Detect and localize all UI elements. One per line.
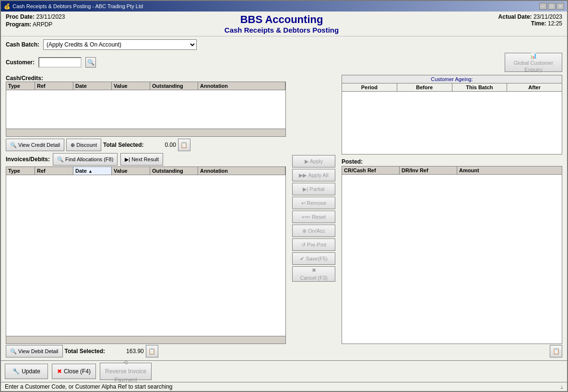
- proc-date-value: 23/11/2023: [36, 13, 65, 20]
- posted-col-cr: CR/Cash Ref: [342, 166, 400, 174]
- ageing-col-this-batch: This Batch: [452, 83, 508, 91]
- inv-col-annotation: Annotation: [198, 167, 285, 175]
- app-title: BBS Accounting: [225, 13, 339, 26]
- global-enquiry-line1: Global Customer: [514, 60, 554, 66]
- middle-controls: ▶ Apply ▶▶ Apply All ▶| Partial ↩ Remove…: [290, 75, 338, 357]
- view-credit-detail-button[interactable]: 🔍 View Credit Detail: [6, 139, 64, 151]
- on-acc-label: On/Acc: [308, 228, 325, 234]
- customer-input[interactable]: [38, 57, 82, 68]
- proc-date-row: Proc Date: 23/11/2023: [6, 13, 65, 20]
- apply-all-label: Apply All: [308, 172, 328, 178]
- cancel-button[interactable]: ✖ Cancel (F3): [292, 266, 335, 282]
- cc-col-date: Date: [73, 82, 112, 90]
- cancel-label: Cancel (F3): [300, 275, 327, 281]
- invoices-scrollbar[interactable]: [6, 336, 285, 344]
- invoices-header-row: Invoices/Debits: 🔍 Find Allocations (F8)…: [6, 153, 286, 166]
- header-right: Actual Date: 23/11/2023Time: 12:25: [498, 13, 562, 34]
- next-result-button[interactable]: ▶| Next Result: [120, 153, 163, 166]
- invoices-grid: Type Ref Date ▲ Value Outstanding Annota…: [6, 166, 286, 344]
- view-debit-icon: 🔍: [10, 348, 17, 355]
- remove-button[interactable]: ↩ Remove: [292, 197, 335, 209]
- resize-icon: ⟂: [560, 384, 563, 390]
- posted-copy-button[interactable]: 📋: [550, 345, 562, 357]
- cash-batch-select[interactable]: (Apply Credits & On Account): [43, 39, 197, 50]
- magnify-icon: 🔍: [10, 142, 17, 148]
- inv-col-date[interactable]: Date ▲: [73, 167, 112, 175]
- header-area: Proc Date: 23/11/2023Program: ARPDP BBS …: [1, 12, 567, 36]
- global-enquiry-icon: 📊: [530, 53, 537, 59]
- find-allocations-icon: 🔍: [57, 156, 64, 163]
- inv-col-outstanding: Outstanding: [150, 167, 198, 175]
- cc-col-value: Value: [112, 82, 150, 90]
- discount-button[interactable]: ⊕ Discount: [66, 139, 101, 151]
- remove-label: Remove: [307, 200, 327, 206]
- apply-icon: ▶: [305, 158, 308, 165]
- find-allocations-label: Find Allocations (F8): [65, 156, 113, 162]
- ageing-grid-header: Period Before This Batch After: [342, 83, 562, 92]
- invoices-label: Invoices/Debits:: [6, 156, 50, 163]
- apply-button[interactable]: ▶ Apply: [292, 155, 335, 167]
- close-label: Close (F4): [64, 368, 91, 375]
- invoices-header: Type Ref Date ▲ Value Outstanding Annota…: [6, 167, 285, 175]
- minimize-button[interactable]: –: [539, 3, 547, 10]
- cash-credits-grid: Type Ref Date Value Outstanding Annotati…: [6, 82, 286, 137]
- cash-copy-button[interactable]: 📋: [178, 139, 190, 151]
- global-enquiry-button[interactable]: 📊 Global Customer Enquiry: [505, 53, 562, 72]
- reverse-invoice-button[interactable]: ⟲ Reverse Invoice Payment: [100, 363, 152, 380]
- apply-all-button[interactable]: ▶▶ Apply All: [292, 169, 335, 181]
- save-icon: ✔: [300, 256, 304, 262]
- posted-col-dr: DR/Inv Ref: [400, 166, 457, 174]
- reset-label: Reset: [312, 214, 326, 220]
- partial-button[interactable]: ▶| Partial: [292, 183, 335, 195]
- proc-date-label: Proc Date:: [6, 13, 35, 20]
- cash-credits-body[interactable]: [6, 90, 285, 129]
- customer-search-icon[interactable]: 🔍: [85, 57, 96, 68]
- posted-copy-row: 📋: [342, 345, 562, 357]
- close-icon: ✖: [57, 368, 62, 375]
- program-value: ARPDP: [33, 21, 52, 28]
- status-bar: Enter a Customer Code, or Customer Alpha…: [1, 382, 567, 391]
- posted-body[interactable]: [342, 175, 562, 344]
- update-label: Update: [22, 368, 40, 375]
- save-button[interactable]: ✔ Save(F5): [292, 252, 335, 265]
- cash-credits-scrollbar[interactable]: [6, 129, 285, 136]
- ageing-col-before: Before: [397, 83, 452, 91]
- title-bar-controls: – □ ×: [539, 3, 564, 10]
- cash-total-selected-value: 0.00: [165, 142, 176, 148]
- left-panel: Cash/Credits: Type Ref Date Value Outsta…: [6, 75, 286, 357]
- close-button[interactable]: ×: [556, 3, 564, 10]
- header-center: BBS Accounting Cash Receipts & Debtors P…: [225, 13, 339, 34]
- customer-label: Customer:: [6, 59, 35, 66]
- pre-pmt-button[interactable]: ↺ Pre-Pmt: [292, 238, 335, 251]
- app-icon: 💰: [4, 3, 11, 10]
- posted-grid-header: CR/Cash Ref DR/Inv Ref Amount: [342, 166, 562, 175]
- main-panels: Cash/Credits: Type Ref Date Value Outsta…: [6, 75, 562, 357]
- reset-button[interactable]: ↩↩ Reset: [292, 211, 335, 223]
- cc-col-annotation: Annotation: [198, 82, 285, 90]
- cash-total-selected-label: Total Selected:: [103, 142, 143, 148]
- window-title: Cash Receipts & Debtors Posting - ABC Tr…: [12, 3, 143, 9]
- reset-icon: ↩↩: [302, 214, 310, 220]
- content-area: Cash Batch: (Apply Credits & On Account)…: [1, 36, 567, 360]
- inv-col-ref: Ref: [35, 167, 73, 175]
- save-label: Save(F5): [306, 256, 327, 261]
- global-enquiry-line2: Enquiry: [524, 67, 542, 72]
- partial-label: Partial: [309, 186, 324, 192]
- view-debit-detail-button[interactable]: 🔍 View Debit Detail: [6, 345, 63, 357]
- cash-credits-section: Cash/Credits: Type Ref Date Value Outsta…: [6, 75, 286, 137]
- pre-pmt-label: Pre-Pmt: [307, 242, 326, 248]
- invoices-body[interactable]: [6, 175, 285, 336]
- bottom-bar: 🔧 Update ✖ Close (F4) ⟲ Reverse Invoice …: [1, 360, 567, 382]
- maximize-button[interactable]: □: [548, 3, 556, 10]
- partial-icon: ▶|: [303, 186, 308, 192]
- on-acc-button[interactable]: ⊕ On/Acc: [292, 225, 335, 237]
- find-allocations-button[interactable]: 🔍 Find Allocations (F8): [53, 153, 118, 166]
- cash-batch-label: Cash Batch:: [6, 41, 39, 48]
- inv-copy-button[interactable]: 📋: [146, 345, 158, 357]
- close-button[interactable]: ✖ Close (F4): [52, 364, 96, 379]
- reverse-invoice-line1: Reverse Invoice: [105, 368, 146, 375]
- remove-icon: ↩: [301, 200, 306, 206]
- invoices-section: Invoices/Debits: 🔍 Find Allocations (F8)…: [6, 153, 286, 357]
- ageing-body: [342, 92, 562, 154]
- update-button[interactable]: 🔧 Update: [5, 364, 48, 379]
